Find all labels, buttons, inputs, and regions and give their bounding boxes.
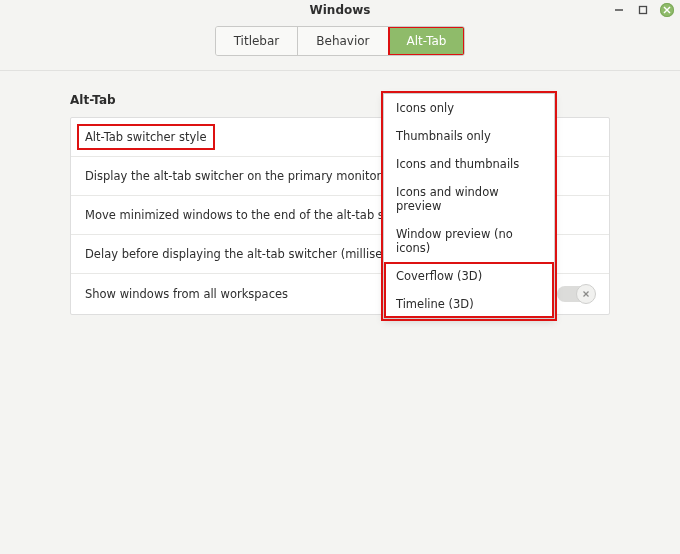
row-move-minimized-label: Move minimized windows to the end of the… <box>85 208 426 222</box>
close-button[interactable] <box>660 3 674 17</box>
menu-item-timeline-3d[interactable]: Timeline (3D) <box>384 290 554 318</box>
menu-item-thumbnails-only[interactable]: Thumbnails only <box>384 122 554 150</box>
menu-3d-group: Coverflow (3D) Timeline (3D) <box>384 262 554 318</box>
window-controls <box>612 3 674 17</box>
toggle-knob <box>576 284 596 304</box>
tab-bar: Titlebar Behavior Alt-Tab <box>0 20 680 71</box>
window-title: Windows <box>310 3 371 17</box>
x-icon <box>582 290 590 298</box>
menu-item-icons-and-thumbnails[interactable]: Icons and thumbnails <box>384 150 554 178</box>
tab-alt-tab[interactable]: Alt-Tab <box>389 27 465 55</box>
window-titlebar: Windows <box>0 0 680 20</box>
row-delay-label: Delay before displaying the alt-tab swit… <box>85 247 421 261</box>
row-all-workspaces-label: Show windows from all workspaces <box>85 287 288 301</box>
row-switcher-style-label: Alt-Tab switcher style <box>79 126 213 148</box>
toggle-all-workspaces[interactable] <box>557 286 595 302</box>
menu-item-icons-and-window-preview[interactable]: Icons and window preview <box>384 178 554 220</box>
menu-item-icons-only[interactable]: Icons only <box>384 94 554 122</box>
minimize-button[interactable] <box>612 3 626 17</box>
tabs: Titlebar Behavior Alt-Tab <box>215 26 466 56</box>
tab-behavior[interactable]: Behavior <box>298 27 388 55</box>
menu-item-coverflow-3d[interactable]: Coverflow (3D) <box>384 262 554 290</box>
content-area: Icons only Thumbnails only Icons and thu… <box>0 71 680 315</box>
tab-titlebar[interactable]: Titlebar <box>216 27 299 55</box>
svg-rect-1 <box>640 7 647 14</box>
maximize-button[interactable] <box>636 3 650 17</box>
switcher-style-menu: Icons only Thumbnails only Icons and thu… <box>383 93 555 319</box>
menu-item-window-preview-no-icons[interactable]: Window preview (no icons) <box>384 220 554 262</box>
